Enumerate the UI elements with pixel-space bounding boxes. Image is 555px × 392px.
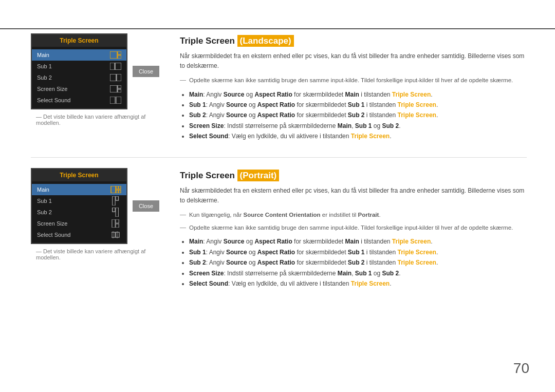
portrait-note2-dash: — <box>180 224 186 231</box>
svg-rect-21 <box>112 219 115 228</box>
landscape-menu-sub2[interactable]: Sub 2 <box>32 72 126 83</box>
portrait-section-title: Triple Screen (Portrait) <box>180 171 527 181</box>
page-number: 70 <box>513 360 529 377</box>
portrait-sub2-icon <box>110 209 121 216</box>
portrait-menu-screensize[interactable]: Screen Size <box>32 218 126 229</box>
svg-rect-4 <box>115 63 121 70</box>
portrait-bullet-screensize: Screen Size: Indstil størrelserne på skæ… <box>189 268 527 278</box>
landscape-tv-menu: Main Sub 1 <box>32 47 126 108</box>
portrait-note2-block: — Opdelte skærme kan ikke samtidig bruge… <box>180 223 527 232</box>
portrait-tv-menu: Main <box>32 181 126 243</box>
svg-rect-25 <box>116 232 119 237</box>
landscape-menu-selectsound-label: Select Sound <box>37 97 70 103</box>
landscape-menu-selectsound[interactable]: Select Sound <box>32 95 126 106</box>
landscape-title-highlight: (Landscape) <box>237 35 294 47</box>
portrait-tv-screen: Triple Screen Main <box>31 168 127 244</box>
portrait-tv-title: Triple Screen <box>32 169 126 181</box>
portrait-right-content: Triple Screen (Portrait) Når skærmbilded… <box>180 168 527 292</box>
svg-rect-20 <box>116 208 118 217</box>
landscape-menu-screensize-label: Screen Size <box>37 86 67 92</box>
landscape-bullet-sub1: Sub 1: Angiv Source og Aspect Ratio for … <box>189 100 527 110</box>
portrait-menu-sub1-label: Sub 1 <box>37 198 52 204</box>
svg-rect-10 <box>110 97 115 104</box>
landscape-section: Triple Screen Main <box>31 33 527 144</box>
landscape-bullet-main: Main: Angiv Source og Aspect Ratio for s… <box>189 89 527 100</box>
svg-rect-11 <box>116 97 121 104</box>
svg-rect-1 <box>118 51 121 54</box>
portrait-menu-sub1[interactable]: Sub 1 <box>32 195 126 207</box>
portrait-bullet-sub1: Sub 1: Angiv Source og Aspect Ratio for … <box>189 247 527 257</box>
svg-rect-12 <box>111 186 116 193</box>
portrait-menu-selectsound[interactable]: Select Sound <box>32 229 126 240</box>
landscape-tv-title: Triple Screen <box>32 34 126 47</box>
landscape-tv-panel: Triple Screen Main <box>31 33 159 144</box>
landscape-screensize-icon <box>110 85 121 92</box>
svg-rect-16 <box>119 190 121 193</box>
svg-rect-19 <box>113 208 115 212</box>
portrait-title-highlight: (Portrait) <box>237 170 280 181</box>
landscape-bullet-selectsound: Select Sound: Vælg en lydkilde, du vil a… <box>189 131 527 141</box>
svg-rect-15 <box>116 190 118 193</box>
portrait-menu-sub2-label: Sub 2 <box>37 209 52 215</box>
portrait-bullet-main: Main: Angiv Source og Aspect Ratio for s… <box>189 236 527 247</box>
landscape-main-icon <box>110 51 121 59</box>
svg-rect-6 <box>117 74 121 81</box>
landscape-menu-sub1[interactable]: Sub 1 <box>32 61 126 72</box>
landscape-note-text: Opdelte skærme kan ikke samtidig bruge d… <box>189 76 513 85</box>
landscape-bullet-list: Main: Angiv Source og Aspect Ratio for s… <box>180 89 527 142</box>
landscape-note-block: — Opdelte skærme kan ikke samtidig bruge… <box>180 76 527 85</box>
landscape-tv-screen: Triple Screen Main <box>31 33 127 109</box>
landscape-right-content: Triple Screen (Landscape) Når skærmbilde… <box>180 33 527 144</box>
landscape-bullet-sub2: Sub 2: Angiv Source og Aspect Ratio for … <box>189 110 527 120</box>
landscape-note-dash: — <box>180 77 186 84</box>
portrait-main-icon <box>110 186 121 193</box>
portrait-note1-dash: — <box>180 211 186 218</box>
portrait-menu-sub2[interactable]: Sub 2 <box>32 207 126 218</box>
landscape-description: Når skærmbildedet fra en ekstern enhed e… <box>180 51 527 71</box>
tv-with-close-landscape: Triple Screen Main <box>31 33 159 109</box>
svg-rect-18 <box>116 196 118 200</box>
landscape-menu-main[interactable]: Main <box>32 49 126 61</box>
portrait-note2-text: Opdelte skærme kan ikke samtidig bruge d… <box>189 223 513 232</box>
portrait-note1-block: — Kun tilgængelig, når Source Content Or… <box>180 211 527 219</box>
portrait-menu-main[interactable]: Main <box>32 184 126 195</box>
portrait-sub1-icon <box>110 197 121 204</box>
landscape-menu-sub1-label: Sub 1 <box>37 63 52 69</box>
landscape-bullet-screensize: Screen Size: Indstil størrelserne på skæ… <box>189 121 527 131</box>
landscape-sub2-icon <box>110 74 121 81</box>
portrait-tv-panel: Triple Screen Main <box>31 168 159 292</box>
portrait-menu-main-label: Main <box>37 186 49 193</box>
portrait-footnote: Det viste billede kan variere afhængigt … <box>31 248 159 260</box>
svg-rect-7 <box>110 85 117 92</box>
landscape-menu-main-label: Main <box>37 52 49 58</box>
portrait-screensize-icon <box>110 220 121 227</box>
portrait-selectsound-icon <box>110 231 121 238</box>
landscape-menu-sub2-label: Sub 2 <box>37 74 52 81</box>
landscape-section-title: Triple Screen (Landscape) <box>180 36 527 46</box>
section-divider <box>31 157 527 158</box>
svg-rect-5 <box>110 74 116 81</box>
landscape-selectsound-icon <box>110 97 121 104</box>
landscape-sub1-icon <box>110 63 121 70</box>
svg-rect-2 <box>118 55 121 59</box>
svg-rect-3 <box>110 63 115 70</box>
landscape-menu-screensize[interactable]: Screen Size <box>32 83 126 95</box>
svg-rect-24 <box>112 232 115 237</box>
portrait-note1-text: Kun tilgængelig, når Source Content Orie… <box>189 211 381 219</box>
portrait-menu-selectsound-label: Select Sound <box>37 232 70 238</box>
tv-with-close-portrait: Triple Screen Main <box>31 168 159 244</box>
portrait-section: Triple Screen Main <box>31 168 527 292</box>
portrait-description: Når skærmbildedet fra en ekstern enhed e… <box>180 186 527 206</box>
svg-rect-14 <box>119 186 121 189</box>
svg-rect-13 <box>116 186 118 189</box>
svg-rect-0 <box>110 51 117 59</box>
portrait-menu-screensize-label: Screen Size <box>37 220 67 227</box>
portrait-close-button[interactable]: Close <box>133 200 159 212</box>
svg-rect-8 <box>118 85 121 88</box>
svg-rect-23 <box>116 223 119 227</box>
portrait-bullet-list: Main: Angiv Source og Aspect Ratio for s… <box>180 236 527 289</box>
portrait-bullet-selectsound: Select Sound: Vælg en lydkilde, du vil a… <box>189 278 527 289</box>
svg-rect-9 <box>118 89 121 92</box>
svg-rect-22 <box>116 219 119 223</box>
landscape-close-button[interactable]: Close <box>133 66 159 77</box>
